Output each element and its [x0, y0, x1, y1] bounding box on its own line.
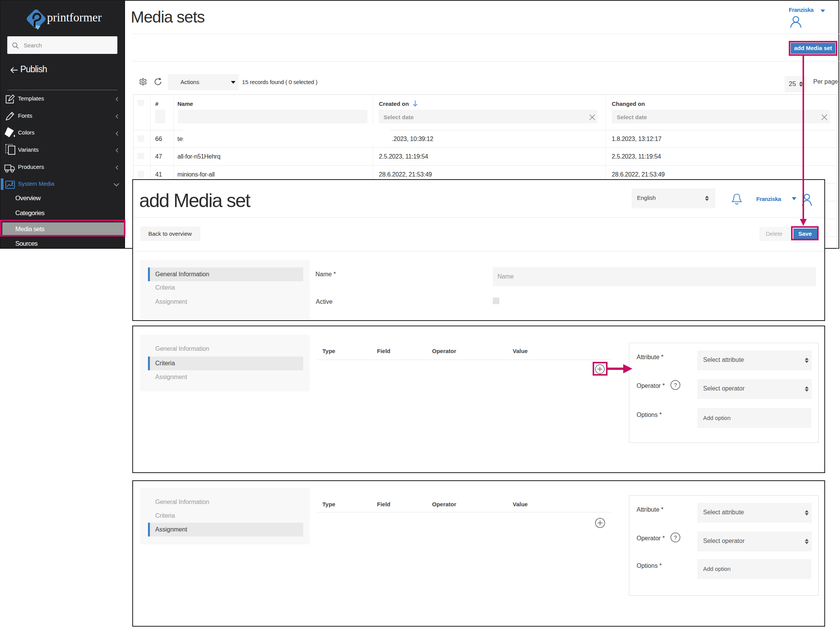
svg-text:?: ? — [674, 382, 677, 388]
svg-text:?: ? — [674, 534, 677, 541]
